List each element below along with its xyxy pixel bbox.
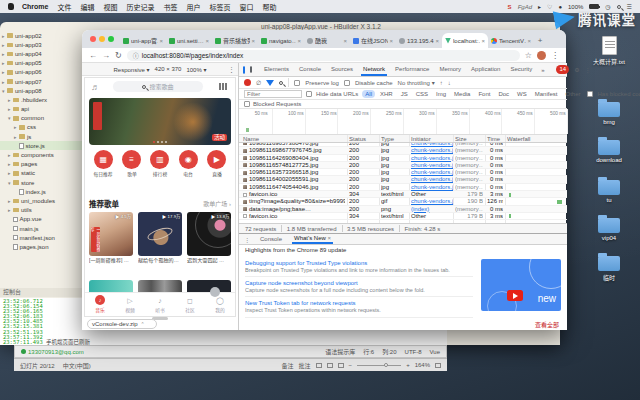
- download-chip[interactable]: vConsole-dev.zip ⌃: [87, 319, 157, 329]
- close-icon[interactable]: ×: [328, 235, 332, 241]
- app-logo-icon[interactable]: ♬: [91, 82, 100, 92]
- bookmark-star-icon[interactable]: ☆: [525, 51, 532, 60]
- tree-item[interactable]: main.js: [0, 224, 82, 233]
- table-row[interactable]: 109861163573366518.jpg200jpgchunk-vendor…: [239, 169, 567, 176]
- browser-tab[interactable]: 音乐播放列…×: [212, 33, 258, 48]
- disable-cache-checkbox[interactable]: [344, 80, 350, 86]
- filter-pill-manifest[interactable]: Manifest: [532, 90, 561, 98]
- whats-new-link[interactable]: Capture node screenshot beyond viewport: [245, 280, 473, 286]
- filter-pill-xhr[interactable]: XHR: [377, 90, 396, 98]
- media-play-icon[interactable]: ▸: [538, 3, 541, 10]
- column-header-status[interactable]: Status: [349, 135, 377, 143]
- import-har-icon[interactable]: ↑: [440, 80, 443, 86]
- encoding-indicator[interactable]: UTF-8: [405, 349, 422, 355]
- table-row[interactable]: 109861164002055591.jpg200jpgchunk-vendor…: [239, 176, 567, 183]
- throttling-select[interactable]: No throttling ▾: [398, 79, 435, 86]
- app-tab-我的[interactable]: ◯我的: [208, 296, 232, 315]
- tree-item[interactable]: ▸uni-app02: [0, 31, 82, 40]
- filter-pill-font[interactable]: Font: [475, 90, 493, 98]
- browser-tab[interactable]: TencentV…×: [488, 33, 534, 48]
- desktop-icon-folder[interactable]: 临时: [582, 256, 636, 282]
- forward-icon[interactable]: →: [102, 51, 110, 60]
- playlist-cover[interactable]: ▶ 13.8万: [187, 212, 231, 256]
- whats-new-item[interactable]: Capture node screenshot beyond viewportC…: [245, 277, 473, 297]
- app-tab-视频[interactable]: ▷视频: [118, 296, 142, 315]
- column-header-type[interactable]: Type: [381, 135, 409, 143]
- tree-item[interactable]: ▸static: [0, 169, 82, 178]
- shortcut-排行榜[interactable]: ▥排行榜: [146, 150, 173, 188]
- section-more-link[interactable]: 歌单广场 ›: [203, 199, 231, 208]
- device-options-icon[interactable]: ⋮: [228, 66, 235, 74]
- browser-tab[interactable]: navigato…×: [258, 33, 304, 48]
- menu-item[interactable]: 视图: [103, 2, 117, 12]
- desktop-icon-file[interactable]: 大概计算.txt: [582, 36, 636, 66]
- tree-item[interactable]: ▸.hbuilderx: [0, 95, 82, 104]
- table-row[interactable]: favicon.ico304text/htmlOther179 B3 ms: [239, 191, 567, 198]
- network-overview-timeline[interactable]: 50 ms100 ms150 ms200 ms250 ms300 ms350 m…: [239, 109, 567, 135]
- new-tab-button[interactable]: +: [534, 33, 546, 48]
- table-row[interactable]: 1098611698677976745.jpg200jpgchunk-vendo…: [239, 147, 567, 154]
- back-icon[interactable]: ←: [89, 51, 97, 60]
- devtools-tab-network[interactable]: Network: [361, 64, 387, 76]
- filter-input[interactable]: [244, 90, 302, 98]
- filter-pill-media[interactable]: Media: [451, 90, 473, 98]
- error-badge[interactable]: 14: [556, 65, 569, 74]
- menu-item[interactable]: 窗口: [239, 2, 253, 12]
- apple-icon[interactable]: [8, 3, 14, 10]
- tree-item[interactable]: ▸uni-app06: [0, 68, 82, 77]
- tree-item[interactable]: ▾common: [0, 114, 82, 123]
- see-all-link[interactable]: 查看全部: [535, 320, 559, 329]
- toggle-device-toolbar-icon[interactable]: [243, 66, 245, 74]
- tree-item[interactable]: ▸components: [0, 150, 82, 159]
- browser-tab[interactable]: uni.setti…×: [166, 33, 212, 48]
- comments-button[interactable]: 批注: [299, 361, 311, 370]
- playlist-cover[interactable]: [138, 280, 182, 292]
- more-tabs-icon[interactable]: »: [539, 65, 546, 75]
- tab-console[interactable]: Console: [258, 235, 284, 243]
- promo-banner[interactable]: 活动: [89, 98, 231, 145]
- devtools-tab-memory[interactable]: Memory: [437, 64, 463, 76]
- chrome-menu-icon[interactable]: ⋮: [551, 51, 559, 60]
- close-icon[interactable]: ×: [389, 38, 393, 44]
- desktop-icon-folder[interactable]: vip04: [582, 218, 636, 241]
- syntax-mode[interactable]: Vue: [430, 349, 440, 355]
- table-row[interactable]: data:image/png;base…200png(index)(memory…: [239, 206, 567, 213]
- filter-pill-img[interactable]: Img: [433, 90, 449, 98]
- inspect-element-icon[interactable]: [250, 66, 252, 73]
- cursor-column[interactable]: 列:20: [382, 347, 396, 356]
- cursor-line[interactable]: 行:6: [363, 347, 374, 356]
- shortcut-直播[interactable]: ▶直播: [203, 150, 230, 188]
- close-window-button[interactable]: [90, 36, 96, 42]
- hide-data-urls-checkbox[interactable]: [306, 91, 312, 97]
- column-header-waterfall[interactable]: Waterfall: [507, 135, 565, 143]
- tree-item[interactable]: App.vue: [0, 215, 82, 224]
- drawer-menu-icon[interactable]: ⋮: [244, 236, 250, 243]
- tree-item[interactable]: pages.json: [0, 242, 82, 251]
- menu-item[interactable]: 用户: [186, 2, 200, 12]
- zoom-in-button[interactable]: +: [406, 362, 410, 368]
- fit-slide-icon[interactable]: [435, 363, 441, 368]
- shortcut-每日推荐[interactable]: ▦每日推荐: [90, 150, 117, 188]
- tree-item[interactable]: ▾uni-app08: [0, 86, 82, 95]
- filter-pill-all[interactable]: All: [362, 90, 375, 98]
- device-mode-select[interactable]: Responsive ▾: [114, 66, 150, 73]
- tab-whats-new[interactable]: What's New ×: [292, 234, 333, 244]
- tree-item[interactable]: ▸pages: [0, 160, 82, 169]
- shortcut-歌单[interactable]: ≡歌单: [118, 150, 145, 188]
- column-header-time[interactable]: Time: [487, 135, 503, 143]
- account-indicator[interactable]: 133070913@qq.com: [21, 349, 84, 355]
- tree-item[interactable]: ▸uni-app05: [0, 59, 82, 68]
- device-zoom-select[interactable]: 100% ▾: [186, 66, 206, 73]
- preserve-log-checkbox[interactable]: [294, 80, 300, 86]
- column-header-name[interactable]: Name: [243, 135, 345, 143]
- tree-item[interactable]: ▸uni-app07: [0, 77, 82, 86]
- close-icon[interactable]: ×: [435, 38, 439, 44]
- table-row[interactable]: timg?image&quality=80&size=b9999,10000…2…: [239, 198, 567, 205]
- whats-new-item[interactable]: New Trust Token tab for network requests…: [245, 297, 473, 317]
- browser-tab[interactable]: 酷我×: [304, 33, 350, 48]
- clear-network-icon[interactable]: ∅: [256, 79, 261, 86]
- slideshow-icon[interactable]: [338, 363, 344, 368]
- devtools-tab-elements[interactable]: Elements: [262, 64, 291, 76]
- search-input[interactable]: 搜索歌曲: [113, 81, 203, 92]
- syntax-hint[interactable]: 语法提示库: [325, 347, 355, 356]
